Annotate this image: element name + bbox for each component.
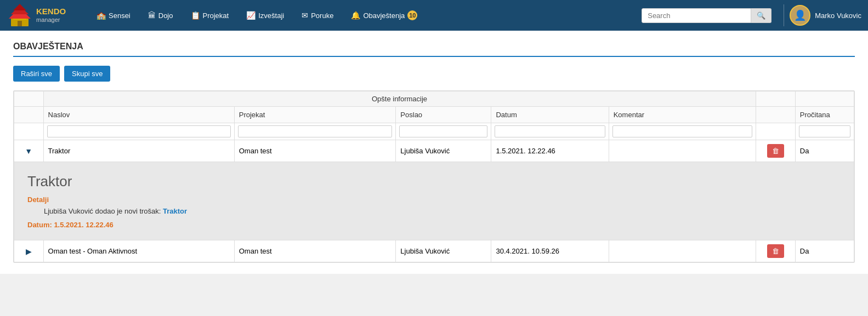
projekat-cell: Oman test — [234, 240, 396, 262]
th-expand — [14, 107, 44, 123]
expand-cell[interactable]: ▼ — [14, 140, 44, 162]
procitana-cell: Da — [795, 240, 854, 262]
group-header-opste: Opšte informacije — [43, 91, 756, 107]
th-poslao: Poslao — [396, 107, 491, 123]
procitana-cell: Da — [795, 140, 854, 162]
search-form: 🔍 — [642, 8, 771, 23]
th-projekat: Projekat — [234, 107, 396, 123]
projekat-cell: Oman test — [234, 140, 396, 162]
delete-cell: 🗑 — [756, 240, 795, 262]
filter-actions-cell — [756, 123, 795, 140]
search-button[interactable]: 🔍 — [751, 8, 771, 23]
nav-obavjestenja[interactable]: 🔔 Obavještenja 10 — [343, 6, 425, 25]
dojo-icon: 🏛 — [148, 11, 156, 20]
expanded-content-cell: Traktor Detalji Ljubiša Vuković dodao je… — [14, 162, 854, 240]
delete-button[interactable]: 🗑 — [767, 244, 784, 258]
skupi-sve-button[interactable]: Skupi sve — [64, 66, 110, 82]
th-datum: Datum — [491, 107, 609, 123]
table-row: ▶ Oman test - Oman Aktivnost Oman test L… — [14, 240, 854, 262]
column-header-row: Naslov Projekat Poslao Datum Komentar Pr… — [14, 107, 854, 123]
nav-poruke[interactable]: ✉ Poruke — [294, 7, 341, 24]
filter-naslov-input[interactable] — [47, 125, 231, 137]
expand-cell[interactable]: ▶ — [14, 240, 44, 262]
logo-text: KENDO manager — [36, 7, 66, 24]
expand-button[interactable]: ▼ — [22, 146, 35, 157]
filter-projekat-input[interactable] — [238, 125, 393, 137]
expanded-row: Traktor Detalji Ljubiša Vuković dodao je… — [14, 162, 854, 240]
filter-procitana-input[interactable] — [799, 125, 850, 137]
nav-dojo[interactable]: 🏛 Dojo — [140, 7, 181, 24]
th-actions — [756, 107, 795, 123]
svg-rect-6 — [18, 21, 22, 26]
page-title: OBAVJEŠTENJA — [13, 42, 855, 57]
rasiri-sve-button[interactable]: Raširi sve — [13, 66, 60, 82]
datum-label: Datum: 1.5.2021. 12.22.46 — [27, 221, 841, 229]
group-header-row: Opšte informacije — [14, 91, 854, 107]
expanded-content: Traktor Detalji Ljubiša Vuković dodao je… — [14, 162, 854, 240]
filter-datum-cell — [491, 123, 609, 140]
naslov-cell: Oman test - Oman Aktivnost — [43, 240, 234, 262]
th-naslov: Naslov — [43, 107, 234, 123]
filter-poslao-cell — [396, 123, 491, 140]
delete-cell: 🗑 — [756, 140, 795, 162]
projekat-icon: 📋 — [191, 11, 200, 20]
filter-datum-input[interactable] — [495, 125, 605, 137]
komentar-cell — [609, 140, 756, 162]
group-actions-header — [756, 91, 795, 107]
obavjestenja-icon: 🔔 — [351, 11, 360, 20]
filter-naslov-cell — [43, 123, 234, 140]
nav-sensei[interactable]: 🏫 Sensei — [89, 7, 138, 24]
sensei-icon: 🏫 — [97, 11, 106, 20]
nav-izvestaji[interactable]: 📈 Izveštaji — [239, 7, 292, 24]
filter-projekat-cell — [234, 123, 396, 140]
izvestaji-icon: 📈 — [246, 11, 256, 20]
search-input[interactable] — [642, 8, 751, 23]
filter-poslao-input[interactable] — [399, 125, 487, 137]
notification-badge: 10 — [407, 10, 417, 20]
user-menu[interactable]: 👤 Marko Vukovic — [790, 5, 861, 26]
details-text: Ljubiša Vuković dodao je novi trošak: Tr… — [44, 207, 841, 215]
notifications-table: Opšte informacije Naslov Projekat Poslao… — [14, 91, 854, 262]
filter-expand-cell — [14, 123, 44, 140]
nav-links: 🏫 Sensei 🏛 Dojo 📋 Projekat 📈 Izveštaji ✉… — [89, 6, 642, 25]
group-procitana-header — [795, 91, 854, 107]
details-link[interactable]: Traktor — [163, 207, 187, 215]
table-row: ▼ Traktor Oman test Ljubiša Vuković 1.5.… — [14, 140, 854, 162]
logo[interactable]: KENDO manager — [7, 2, 78, 28]
group-expand-header — [14, 91, 44, 107]
filter-row — [14, 123, 854, 140]
navbar: KENDO manager 🏫 Sensei 🏛 Dojo 📋 Projekat… — [0, 0, 868, 31]
details-label: Detalji — [27, 196, 841, 204]
naslov-cell: Traktor — [43, 140, 234, 162]
table-body: ▼ Traktor Oman test Ljubiša Vuković 1.5.… — [14, 140, 854, 262]
nav-projekat[interactable]: 📋 Projekat — [183, 7, 237, 24]
user-name: Marko Vukovic — [815, 12, 861, 20]
avatar: 👤 — [790, 5, 810, 26]
datum-cell: 1.5.2021. 12.22.46 — [491, 140, 609, 162]
filter-procitana-cell — [795, 123, 854, 140]
nav-divider — [784, 4, 784, 26]
poslao-cell: Ljubiša Vuković — [396, 140, 491, 162]
action-buttons: Raširi sve Skupi sve — [13, 66, 855, 82]
poruke-icon: ✉ — [302, 11, 308, 20]
expanded-title: Traktor — [27, 173, 841, 190]
expand-button[interactable]: ▶ — [24, 246, 34, 257]
komentar-cell — [609, 240, 756, 262]
filter-komentar-input[interactable] — [612, 125, 752, 137]
main-content: OBAVJEŠTENJA Raširi sve Skupi sve Opšte … — [0, 31, 868, 274]
th-komentar: Komentar — [609, 107, 756, 123]
svg-marker-5 — [13, 4, 26, 10]
filter-komentar-cell — [609, 123, 756, 140]
notifications-table-wrapper: Opšte informacije Naslov Projekat Poslao… — [13, 90, 855, 263]
logo-icon — [7, 2, 33, 28]
poslao-cell: Ljubiša Vuković — [396, 240, 491, 262]
datum-cell: 30.4.2021. 10.59.26 — [491, 240, 609, 262]
th-procitana: Pročitana — [795, 107, 854, 123]
delete-button[interactable]: 🗑 — [767, 144, 784, 158]
